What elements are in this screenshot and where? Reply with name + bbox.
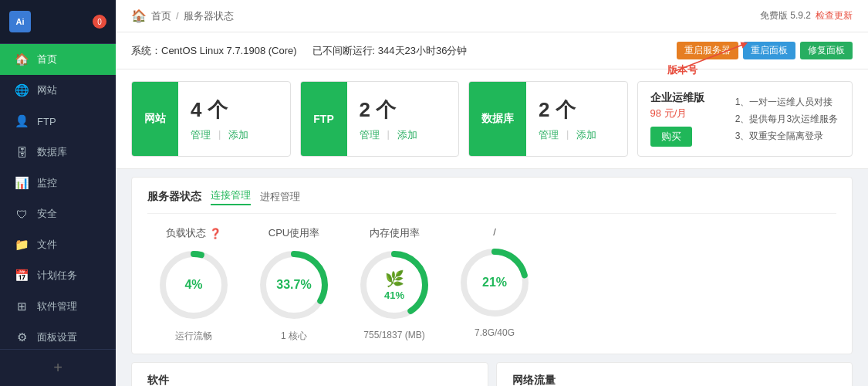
disk-gauge-container: 21% <box>456 244 533 321</box>
sidebar-item-website[interactable]: 🌐 网站 <box>0 75 116 106</box>
uptime-info: 已不间断运行: 344天23小时36分钟 <box>312 44 468 58</box>
breadcrumb-home-icon: 🏠 <box>131 8 147 23</box>
connection-management-tab[interactable]: 连接管理 <box>211 188 251 205</box>
sidebar-header: Ai 0 <box>0 0 116 44</box>
buy-button[interactable]: 购买 <box>650 127 692 147</box>
action-buttons: 重启服务器 重启面板 修复面板 <box>677 42 853 59</box>
monitor-icon: 📊 <box>14 176 29 190</box>
sidebar-item-panel-settings-label: 面板设置 <box>37 330 77 344</box>
bottom-row: 软件 网络流量 上行速度 199.24 KB 下行速度 9.59 KB <box>116 362 868 386</box>
enterprise-price: 98 元/月 <box>650 107 720 120</box>
sidebar-item-scheduled-tasks[interactable]: 📅 计划任务 <box>0 260 116 291</box>
ftp-count: 2 个 <box>360 96 417 124</box>
files-icon: 📁 <box>14 238 29 252</box>
cpu-gauge: CPU使用率 33.7% 1 核心 <box>255 226 333 343</box>
sidebar-item-database-label: 数据库 <box>37 145 67 159</box>
sidebar-item-security[interactable]: 🛡 安全 <box>0 198 116 229</box>
network-title: 网络流量 <box>512 374 837 386</box>
sidebar-item-scheduled-tasks-label: 计划任务 <box>37 269 77 283</box>
ftp-icon: 👤 <box>14 114 29 128</box>
sidebar-item-files-label: 文件 <box>37 238 57 252</box>
enterprise-info: 企业运维版 98 元/月 购买 <box>650 91 720 147</box>
server-status-section: 服务器状态 连接管理 进程管理 负载状态 ❓ 4% <box>131 177 853 354</box>
notification-badge[interactable]: 0 <box>93 15 106 29</box>
load-value: 4% <box>184 278 202 292</box>
home-icon: 🏠 <box>14 52 29 66</box>
website-manage-link[interactable]: 管理 <box>191 128 211 142</box>
add-button[interactable]: + <box>0 349 116 386</box>
ftp-stat-card: FTP 2 个 管理 | 添加 <box>300 81 460 157</box>
db-stat-info: 2 个 管理 | 添加 <box>526 82 609 156</box>
stat-sep2: | <box>387 128 390 142</box>
db-add-link[interactable]: 添加 <box>576 128 596 142</box>
load-sub: 运行流畅 <box>175 330 212 343</box>
stat-sep3: | <box>566 128 569 142</box>
sysinfo-bar: 系统：CentOS Linux 7.7.1908 (Core) 已不间断运行: … <box>116 32 868 69</box>
sidebar-item-home[interactable]: 🏠 首页 <box>0 44 116 75</box>
db-count: 2 个 <box>539 96 596 124</box>
stat-sep1: | <box>218 128 221 142</box>
sidebar-item-ftp[interactable]: 👤 FTP <box>0 106 116 137</box>
sidebar-item-database[interactable]: 🗄 数据库 <box>0 137 116 168</box>
ftp-add-link[interactable]: 添加 <box>397 128 417 142</box>
repair-panel-button[interactable]: 修复面板 <box>800 42 853 59</box>
memory-gauge: 内存使用率 🌿41% 755/1837 (MB) <box>356 226 433 340</box>
sidebar-item-home-label: 首页 <box>37 52 57 66</box>
sidebar-logo: Ai <box>9 11 31 32</box>
website-count: 4 个 <box>191 96 248 124</box>
restart-server-button[interactable]: 重启服务器 <box>677 42 738 59</box>
enterprise-card: 企业运维版 98 元/月 购买 1、一对一运维人员对接 2、提供每月3次运维服务… <box>637 81 853 157</box>
check-update-link[interactable]: 检查更新 <box>816 9 853 22</box>
security-icon: 🛡 <box>14 208 29 221</box>
load-help-icon[interactable]: ❓ <box>209 228 221 239</box>
sidebar-nav: 🏠 首页 🌐 网站 👤 FTP 🗄 数据库 📊 监控 🛡 安全 📁 文件 📅 <box>0 44 116 349</box>
disk-label: / <box>493 226 496 238</box>
disk-value: 21% <box>482 276 507 290</box>
sidebar: Ai 0 🏠 首页 🌐 网站 👤 FTP 🗄 数据库 📊 监控 🛡 安全 <box>0 0 116 386</box>
gauges-row: 负载状态 ❓ 4% 运行流畅 CPU使用率 <box>147 226 836 343</box>
website-add-link[interactable]: 添加 <box>228 128 248 142</box>
load-label: 负载状态 ❓ <box>166 226 221 240</box>
enterprise-title: 企业运维版 <box>650 91 720 105</box>
network-section: 网络流量 上行速度 199.24 KB 下行速度 9.59 KB <box>496 362 853 386</box>
sidebar-item-website-label: 网站 <box>37 83 57 97</box>
website-stat-card: 网站 4 个 管理 | 添加 <box>131 81 291 157</box>
cpu-sub: 1 核心 <box>281 330 307 343</box>
process-management-tab[interactable]: 进程管理 <box>260 190 300 204</box>
database-icon: 🗄 <box>14 146 29 159</box>
db-stat-links: 管理 | 添加 <box>539 128 596 142</box>
system-info: 系统：CentOS Linux 7.7.1908 (Core) <box>131 44 297 58</box>
enterprise-feature-3: 3、双重安全隔离登录 <box>735 130 839 143</box>
db-manage-link[interactable]: 管理 <box>539 128 559 142</box>
software-title: 软件 <box>147 374 472 386</box>
breadcrumb-sep: / <box>176 10 179 22</box>
restart-panel-button[interactable]: 重启面板 <box>743 42 795 59</box>
ftp-manage-link[interactable]: 管理 <box>360 128 380 142</box>
task-icon: 📅 <box>14 269 29 283</box>
website-stat-label: 网站 <box>132 82 178 156</box>
sidebar-item-panel-settings[interactable]: ⚙ 面板设置 <box>0 322 116 349</box>
sidebar-item-software-label: 软件管理 <box>37 300 77 313</box>
sidebar-item-monitor[interactable]: 📊 监控 <box>0 168 116 198</box>
version-info: 免费版 5.9.2 检查更新 <box>760 9 853 22</box>
section-header: 服务器状态 连接管理 进程管理 <box>147 188 836 214</box>
breadcrumb-home[interactable]: 首页 <box>151 9 171 23</box>
ftp-stat-links: 管理 | 添加 <box>360 128 417 142</box>
sidebar-item-files[interactable]: 📁 文件 <box>0 229 116 260</box>
topbar: 🏠 首页 / 服务器状态 ↗ 免费版 5.9.2 检查更新 <box>116 0 868 32</box>
settings-icon: ⚙ <box>14 330 29 344</box>
sidebar-item-software[interactable]: ⊞ 软件管理 <box>0 291 116 322</box>
db-stat-label: 数据库 <box>469 82 526 156</box>
enterprise-features: 1、一对一运维人员对接 2、提供每月3次运维服务 3、双重安全隔离登录 <box>735 91 839 147</box>
software-section: 软件 <box>131 362 488 386</box>
cpu-label: CPU使用率 <box>269 226 319 240</box>
ftp-stat-label: FTP <box>301 82 347 156</box>
stats-row: 网站 4 个 管理 | 添加 FTP 2 个 管理 | <box>116 69 868 169</box>
version-area: ↗ 免费版 5.9.2 检查更新 <box>760 9 853 22</box>
software-icon: ⊞ <box>14 300 29 313</box>
sidebar-item-security-label: 安全 <box>37 207 57 221</box>
breadcrumb-page: 服务器状态 <box>184 9 234 23</box>
website-stat-info: 4 个 管理 | 添加 <box>178 82 261 156</box>
section-title: 服务器状态 <box>147 190 201 204</box>
disk-sub: 7.8G/40G <box>475 327 515 338</box>
